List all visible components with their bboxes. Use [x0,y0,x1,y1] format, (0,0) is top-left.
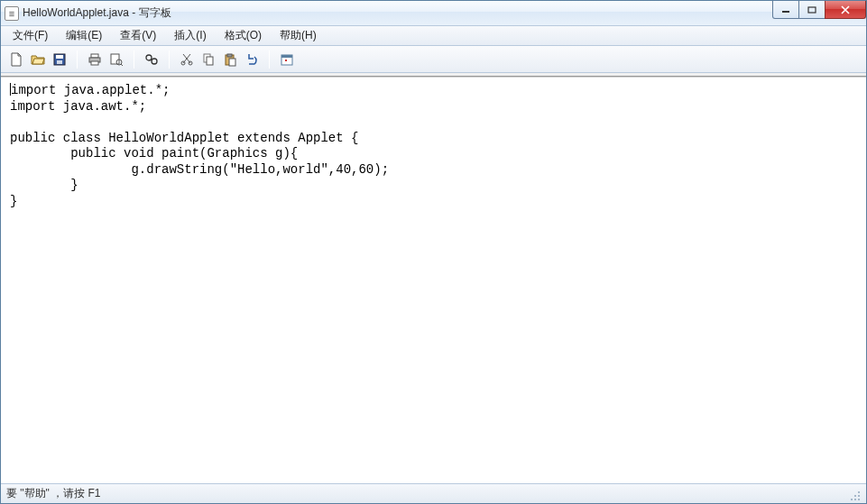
text-caret [10,83,11,96]
find-icon[interactable] [142,50,161,69]
minimize-button[interactable] [772,1,799,19]
new-file-icon[interactable] [6,50,26,69]
resize-grip-icon[interactable] [846,487,861,501]
status-bar: 要 "帮助" ，请按 F1 [1,483,866,503]
menu-help[interactable]: 帮助(H) [272,25,325,46]
svg-rect-5 [91,54,98,58]
toolbar-separator [77,50,78,69]
open-file-icon[interactable] [28,50,48,69]
svg-point-23 [854,495,856,497]
status-text: 要 "帮助" ，请按 F1 [6,486,101,501]
svg-point-24 [858,495,860,497]
svg-rect-7 [91,61,98,65]
undo-icon[interactable] [242,50,262,69]
menu-bar: 文件(F) 编辑(E) 查看(V) 插入(I) 格式(O) 帮助(H) [1,26,866,46]
print-preview-icon[interactable] [106,50,126,69]
paste-icon[interactable] [220,50,240,69]
title-bar: ≡ HelloWorldApplet.java - 写字板 [1,1,866,26]
menu-insert[interactable]: 插入(I) [166,25,214,46]
toolbar-separator [169,50,170,69]
menu-file[interactable]: 文件(F) [5,25,56,46]
svg-point-25 [851,499,853,500]
toolbar-separator [269,50,270,69]
toolbar-separator [134,50,134,69]
svg-rect-0 [782,11,789,13]
window-title: HelloWorldApplet.java - 写字板 [23,5,171,21]
svg-point-27 [858,499,860,500]
svg-rect-15 [207,57,213,65]
svg-rect-8 [111,54,119,64]
datetime-icon[interactable] [277,50,297,69]
toolbar [1,46,866,73]
svg-rect-17 [227,54,232,57]
text-editor[interactable]: import java.applet.*; import java.awt.*;… [1,77,866,483]
svg-rect-3 [56,55,63,59]
close-button[interactable] [825,1,866,19]
maximize-button[interactable] [798,1,825,19]
copy-icon[interactable] [198,50,218,69]
svg-point-22 [858,491,860,493]
print-icon[interactable] [85,50,105,69]
menu-edit[interactable]: 编辑(E) [58,25,110,46]
save-file-icon[interactable] [50,50,69,69]
svg-point-26 [854,499,856,500]
window-controls [773,1,866,19]
svg-rect-1 [808,7,816,13]
menu-format[interactable]: 格式(O) [217,25,270,46]
editor-content: import java.applet.*; import java.awt.*;… [10,83,389,208]
svg-rect-21 [285,60,287,61]
svg-rect-20 [281,55,292,58]
svg-rect-18 [229,59,235,66]
menu-view[interactable]: 查看(V) [112,25,164,46]
svg-rect-4 [57,60,62,64]
svg-point-11 [152,59,157,64]
app-icon: ≡ [5,6,19,21]
cut-icon[interactable] [177,50,197,69]
